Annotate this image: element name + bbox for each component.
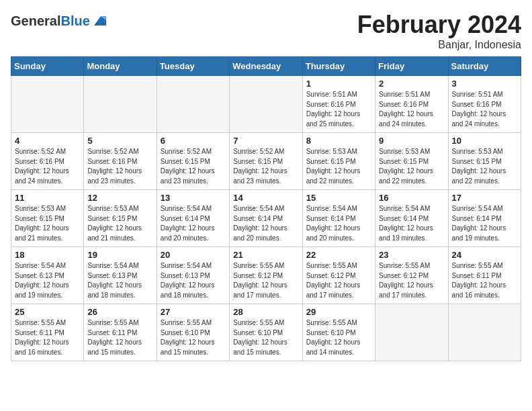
calendar-cell: 25Sunrise: 5:55 AM Sunset: 6:11 PM Dayli…	[11, 304, 84, 361]
calendar-cell: 6Sunrise: 5:52 AM Sunset: 6:15 PM Daylig…	[157, 133, 229, 190]
calendar-cell: 9Sunrise: 5:53 AM Sunset: 6:15 PM Daylig…	[375, 133, 448, 190]
day-info: Sunrise: 5:55 AM Sunset: 6:11 PM Dayligh…	[15, 318, 80, 357]
week-row-2: 4Sunrise: 5:52 AM Sunset: 6:16 PM Daylig…	[11, 133, 521, 190]
col-header-friday: Friday	[375, 57, 448, 76]
calendar-cell: 28Sunrise: 5:55 AM Sunset: 6:10 PM Dayli…	[230, 304, 302, 361]
calendar-cell: 19Sunrise: 5:54 AM Sunset: 6:13 PM Dayli…	[84, 247, 157, 304]
day-number: 9	[379, 136, 444, 146]
day-info: Sunrise: 5:54 AM Sunset: 6:14 PM Dayligh…	[379, 204, 444, 243]
day-info: Sunrise: 5:54 AM Sunset: 6:13 PM Dayligh…	[15, 261, 80, 300]
day-info: Sunrise: 5:54 AM Sunset: 6:14 PM Dayligh…	[233, 204, 298, 243]
calendar-cell: 23Sunrise: 5:55 AM Sunset: 6:12 PM Dayli…	[375, 247, 448, 304]
col-header-saturday: Saturday	[448, 57, 521, 76]
col-header-thursday: Thursday	[302, 57, 375, 76]
day-info: Sunrise: 5:53 AM Sunset: 6:15 PM Dayligh…	[452, 147, 517, 186]
calendar-cell: 14Sunrise: 5:54 AM Sunset: 6:14 PM Dayli…	[230, 190, 302, 247]
calendar-cell	[230, 76, 302, 133]
day-info: Sunrise: 5:55 AM Sunset: 6:10 PM Dayligh…	[233, 318, 298, 357]
calendar-cell: 29Sunrise: 5:55 AM Sunset: 6:10 PM Dayli…	[302, 304, 375, 361]
day-info: Sunrise: 5:53 AM Sunset: 6:15 PM Dayligh…	[87, 204, 152, 243]
day-number: 28	[233, 307, 298, 317]
week-row-1: 1Sunrise: 5:51 AM Sunset: 6:16 PM Daylig…	[11, 76, 521, 133]
day-number: 8	[306, 136, 371, 146]
week-row-4: 18Sunrise: 5:54 AM Sunset: 6:13 PM Dayli…	[11, 247, 521, 304]
calendar-cell: 18Sunrise: 5:54 AM Sunset: 6:13 PM Dayli…	[11, 247, 84, 304]
logo-general-text: General	[11, 13, 60, 28]
calendar-cell: 2Sunrise: 5:51 AM Sunset: 6:16 PM Daylig…	[375, 76, 448, 133]
day-info: Sunrise: 5:55 AM Sunset: 6:12 PM Dayligh…	[233, 261, 298, 300]
week-row-5: 25Sunrise: 5:55 AM Sunset: 6:11 PM Dayli…	[11, 304, 521, 361]
day-info: Sunrise: 5:51 AM Sunset: 6:16 PM Dayligh…	[379, 90, 444, 129]
logo-blue-text: Blue	[60, 13, 89, 28]
day-number: 6	[161, 136, 226, 146]
day-info: Sunrise: 5:52 AM Sunset: 6:15 PM Dayligh…	[233, 147, 298, 186]
day-number: 26	[87, 307, 152, 317]
week-row-3: 11Sunrise: 5:53 AM Sunset: 6:15 PM Dayli…	[11, 190, 521, 247]
day-number: 17	[452, 193, 517, 203]
day-info: Sunrise: 5:51 AM Sunset: 6:16 PM Dayligh…	[306, 90, 371, 129]
day-info: Sunrise: 5:53 AM Sunset: 6:15 PM Dayligh…	[15, 204, 80, 243]
subtitle: Banjar, Indonesia	[357, 39, 521, 51]
day-info: Sunrise: 5:51 AM Sunset: 6:16 PM Dayligh…	[452, 90, 517, 129]
day-info: Sunrise: 5:52 AM Sunset: 6:15 PM Dayligh…	[161, 147, 226, 186]
col-header-monday: Monday	[84, 57, 157, 76]
day-number: 23	[379, 250, 444, 260]
day-number: 5	[87, 136, 152, 146]
calendar-cell: 27Sunrise: 5:55 AM Sunset: 6:10 PM Dayli…	[157, 304, 229, 361]
calendar-cell: 1Sunrise: 5:51 AM Sunset: 6:16 PM Daylig…	[302, 76, 375, 133]
main-title: February 2024	[357, 11, 521, 39]
title-block: February 2024 Banjar, Indonesia	[357, 11, 521, 51]
calendar-cell: 12Sunrise: 5:53 AM Sunset: 6:15 PM Dayli…	[84, 190, 157, 247]
day-number: 7	[233, 136, 298, 146]
day-info: Sunrise: 5:54 AM Sunset: 6:13 PM Dayligh…	[161, 261, 226, 300]
day-number: 18	[15, 250, 80, 260]
page-header: GeneralBlue February 2024 Banjar, Indone…	[11, 11, 521, 51]
day-number: 1	[306, 79, 371, 89]
calendar-cell: 10Sunrise: 5:53 AM Sunset: 6:15 PM Dayli…	[448, 133, 521, 190]
calendar-cell: 11Sunrise: 5:53 AM Sunset: 6:15 PM Dayli…	[11, 190, 84, 247]
day-number: 25	[15, 307, 80, 317]
day-info: Sunrise: 5:52 AM Sunset: 6:16 PM Dayligh…	[87, 147, 152, 186]
calendar-cell: 5Sunrise: 5:52 AM Sunset: 6:16 PM Daylig…	[84, 133, 157, 190]
calendar-cell	[375, 304, 448, 361]
day-number: 11	[15, 193, 80, 203]
calendar-cell: 20Sunrise: 5:54 AM Sunset: 6:13 PM Dayli…	[157, 247, 229, 304]
day-number: 27	[161, 307, 226, 317]
calendar-cell: 8Sunrise: 5:53 AM Sunset: 6:15 PM Daylig…	[302, 133, 375, 190]
calendar-cell: 22Sunrise: 5:55 AM Sunset: 6:12 PM Dayli…	[302, 247, 375, 304]
day-number: 16	[379, 193, 444, 203]
day-info: Sunrise: 5:54 AM Sunset: 6:13 PM Dayligh…	[87, 261, 152, 300]
col-header-tuesday: Tuesday	[157, 57, 229, 76]
calendar-cell: 24Sunrise: 5:55 AM Sunset: 6:11 PM Dayli…	[448, 247, 521, 304]
calendar-cell	[157, 76, 229, 133]
calendar-cell	[84, 76, 157, 133]
day-info: Sunrise: 5:55 AM Sunset: 6:12 PM Dayligh…	[306, 261, 371, 300]
day-number: 10	[452, 136, 517, 146]
day-number: 14	[233, 193, 298, 203]
day-number: 13	[161, 193, 226, 203]
day-info: Sunrise: 5:54 AM Sunset: 6:14 PM Dayligh…	[452, 204, 517, 243]
col-header-sunday: Sunday	[11, 57, 84, 76]
day-number: 29	[306, 307, 371, 317]
day-number: 12	[87, 193, 152, 203]
calendar-cell: 7Sunrise: 5:52 AM Sunset: 6:15 PM Daylig…	[230, 133, 302, 190]
calendar-cell	[11, 76, 84, 133]
day-number: 24	[452, 250, 517, 260]
calendar-header-row: SundayMondayTuesdayWednesdayThursdayFrid…	[11, 57, 521, 76]
day-info: Sunrise: 5:55 AM Sunset: 6:10 PM Dayligh…	[306, 318, 371, 357]
calendar-cell	[448, 304, 521, 361]
calendar-cell: 17Sunrise: 5:54 AM Sunset: 6:14 PM Dayli…	[448, 190, 521, 247]
day-info: Sunrise: 5:54 AM Sunset: 6:14 PM Dayligh…	[306, 204, 371, 243]
logo: GeneralBlue	[11, 13, 106, 28]
day-number: 15	[306, 193, 371, 203]
day-info: Sunrise: 5:54 AM Sunset: 6:14 PM Dayligh…	[161, 204, 226, 243]
calendar-cell: 26Sunrise: 5:55 AM Sunset: 6:11 PM Dayli…	[84, 304, 157, 361]
day-number: 20	[161, 250, 226, 260]
day-number: 19	[87, 250, 152, 260]
day-number: 21	[233, 250, 298, 260]
day-info: Sunrise: 5:55 AM Sunset: 6:10 PM Dayligh…	[161, 318, 226, 357]
day-info: Sunrise: 5:55 AM Sunset: 6:11 PM Dayligh…	[87, 318, 152, 357]
logo-icon	[91, 13, 106, 28]
day-info: Sunrise: 5:53 AM Sunset: 6:15 PM Dayligh…	[306, 147, 371, 186]
calendar-cell: 13Sunrise: 5:54 AM Sunset: 6:14 PM Dayli…	[157, 190, 229, 247]
